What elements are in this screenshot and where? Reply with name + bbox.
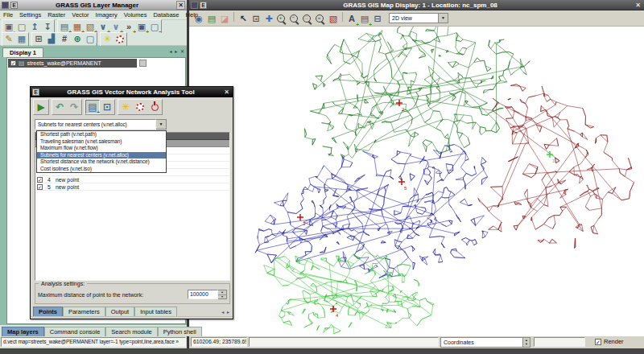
point-id: 4: [46, 177, 52, 183]
command-prompt-field[interactable]: d.vect map=streets_wake@PERMANENT layer=…: [1, 337, 186, 347]
search-modules-icon: [116, 35, 124, 43]
tab-nav-arrows[interactable]: ◂ ▸ ✕: [170, 48, 185, 54]
points-list-row[interactable]: ✓4new point: [35, 176, 229, 183]
menu-file[interactable]: File: [0, 10, 16, 20]
dropdown-option[interactable]: Subnets for nearest centers (v.net.alloc…: [37, 152, 166, 159]
tab-map-layers[interactable]: Map layers: [2, 327, 44, 336]
dropdown-option[interactable]: Shortest path (v.net.path): [37, 131, 166, 138]
chevron-down-icon[interactable]: ▼: [156, 119, 167, 130]
tab-output[interactable]: Output: [105, 307, 135, 316]
snap-points-button[interactable]: ⊡: [100, 100, 114, 114]
pan-button[interactable]: ✚: [262, 13, 275, 26]
menu-raster[interactable]: Raster: [44, 10, 68, 20]
close-icon[interactable]: ✕: [222, 88, 231, 96]
center-subnet: [255, 145, 488, 278]
return-to-previous-zoom-button[interactable]: «: [314, 13, 327, 26]
close-icon[interactable]: ✕: [634, 2, 642, 9]
tab-python-shell[interactable]: Python shell: [158, 327, 202, 336]
vector-colors-icon: [136, 103, 144, 111]
dropdown-option[interactable]: Shortest distance via the network (v.net…: [37, 158, 166, 166]
redo-button[interactable]: ↷: [67, 100, 81, 114]
print-map-button[interactable]: ⊟: [371, 13, 384, 26]
render-checkbox[interactable]: ✓: [595, 339, 601, 345]
run-analysis-button[interactable]: ▶: [34, 100, 48, 114]
analyze-map-button[interactable]: ▧: [327, 13, 340, 26]
render-map-button[interactable]: ▤: [205, 13, 218, 26]
pointer-button[interactable]: ↖: [237, 13, 250, 26]
run-model-button[interactable]: ▢›: [84, 33, 97, 46]
points-list-row[interactable]: ✓5new point: [35, 183, 229, 191]
max-distance-spinbox[interactable]: 100000 ▴▾: [188, 290, 227, 299]
zoom-out-icon: −: [290, 14, 299, 24]
layer-checkbox[interactable]: ✓: [10, 60, 16, 66]
raster-map-calculator-button[interactable]: ⊞: [32, 33, 45, 46]
layer-manager-toolbar-2: ✎▦⊞▟#⊕▢›✳: [0, 33, 187, 46]
dropdown-option[interactable]: Traveling salesman (v.net.salesman): [37, 138, 166, 146]
settings-button[interactable]: ✳: [118, 100, 133, 114]
zoom-to-selected-button[interactable]: □: [301, 13, 314, 26]
dropdown-option[interactable]: Maximum flow (v.net.flow): [37, 145, 166, 152]
close-icon[interactable]: ✕: [176, 1, 185, 10]
query-icon: ⊡: [252, 14, 259, 23]
menu-volumes[interactable]: Volumes: [121, 10, 151, 20]
map-display-titlebar[interactable]: E GRASS GIS Map Display: 1 - Location: n…: [189, 0, 644, 10]
georectifier-button[interactable]: #: [58, 33, 71, 46]
zoom-out-button[interactable]: −: [288, 13, 301, 26]
add-various-vector-layers-icon: ∨: [113, 23, 120, 31]
tab-display-1[interactable]: Display 1: [2, 47, 43, 57]
center-node-marker: [330, 306, 336, 312]
insert-points-mode-button[interactable]: ▤+: [85, 100, 100, 114]
tab-input-tables[interactable]: Input tables: [134, 307, 177, 316]
app-e-icon: E: [200, 2, 207, 9]
tab-command-console[interactable]: Command console: [44, 327, 106, 336]
statusbar-mode-value: Coordinates: [441, 338, 522, 347]
center-node-label: 4: [336, 313, 339, 318]
max-distance-value[interactable]: 100000: [188, 290, 218, 299]
query-button[interactable]: ⊡: [250, 13, 262, 26]
tab-search-module[interactable]: Search module: [105, 327, 157, 336]
window-menu-icon[interactable]: [191, 2, 198, 9]
quit-tool-button[interactable]: [147, 100, 162, 114]
layer-options-button[interactable]: [139, 60, 147, 67]
spinner-arrows-icon[interactable]: ▴▾: [218, 290, 227, 299]
vector-colors-button[interactable]: [133, 100, 147, 114]
histogram-button[interactable]: ▟: [45, 33, 58, 46]
show-attribute-table-button[interactable]: ▦: [15, 33, 28, 46]
spinner-arrows-icon[interactable]: ▴▾: [522, 338, 530, 347]
chevron-down-icon[interactable]: ▼: [438, 14, 448, 23]
undo-button[interactable]: ↶: [52, 100, 67, 114]
menu-help[interactable]: Help: [183, 10, 201, 20]
pan-icon: ✚: [265, 14, 272, 23]
analysis-method-combobox[interactable]: Subnets for nearest centers (v.net.alloc…: [35, 119, 167, 130]
layer-row-streets-wake[interactable]: ✓ ▤ streets_wake@PERMANENT: [8, 59, 137, 68]
zoom-in-button[interactable]: +: [275, 13, 288, 26]
search-modules-button[interactable]: [114, 33, 126, 46]
toolbar-group: ✳: [100, 32, 127, 47]
menu-vector[interactable]: Vector: [68, 10, 92, 20]
map-canvas[interactable]: 25143: [189, 27, 644, 336]
dialog-tab-nav-arrows[interactable]: ◂ ▸: [221, 309, 230, 315]
menu-settings[interactable]: Settings: [16, 10, 44, 20]
tab-points[interactable]: Points: [33, 307, 63, 316]
dialog-titlebar[interactable]: E GRASS GIS Vector Network Analysis Tool…: [31, 87, 233, 97]
edit-vector-maps-button[interactable]: ✎: [2, 33, 15, 46]
menu-imagery[interactable]: Imagery: [93, 10, 121, 20]
menu-database[interactable]: Database: [150, 10, 182, 20]
statusbar-mode-combobox[interactable]: Coordinates ▴▾: [440, 337, 530, 348]
zoom-to-selected-icon: □: [303, 14, 312, 24]
point-checkbox[interactable]: ✓: [37, 184, 43, 190]
add-map-elements-button[interactable]: A+: [345, 13, 358, 26]
tab-parameters[interactable]: Parameters: [63, 307, 105, 316]
delete-layer-button[interactable]: ▢−: [148, 20, 161, 33]
georectifier-icon: #: [62, 35, 67, 43]
window-menu-icon[interactable]: [2, 2, 9, 9]
dropdown-option[interactable]: Cost isolines (v.net.iso): [37, 166, 166, 173]
layer-manager-titlebar[interactable]: E GRASS GIS Layer Manager ✕: [0, 0, 187, 10]
save-display-to-file-button[interactable]: ▤+: [358, 13, 371, 26]
point-checkbox[interactable]: ✓: [37, 177, 43, 183]
add-group-button[interactable]: ▣+: [135, 20, 148, 33]
nviz-3d-view-button[interactable]: ⊕: [71, 33, 84, 46]
view-mode-combobox[interactable]: 2D view ▼: [389, 13, 448, 23]
erase-display-button[interactable]: ◪: [218, 13, 231, 26]
preferences-button[interactable]: ✳: [101, 33, 114, 46]
